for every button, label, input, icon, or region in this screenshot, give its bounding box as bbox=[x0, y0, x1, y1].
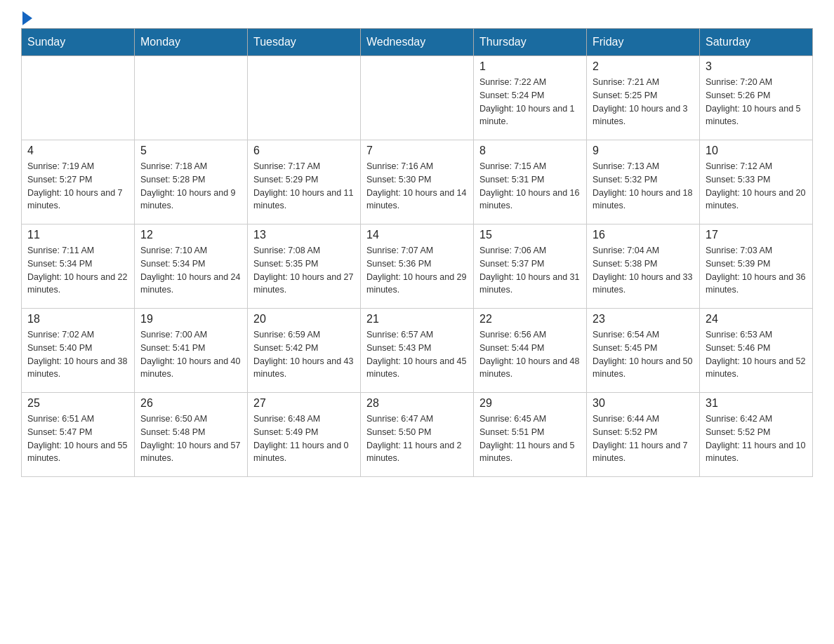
calendar-week-3: 11Sunrise: 7:11 AMSunset: 5:34 PMDayligh… bbox=[22, 224, 813, 309]
calendar-cell: 22Sunrise: 6:56 AMSunset: 5:44 PMDayligh… bbox=[474, 309, 587, 393]
day-number: 26 bbox=[140, 397, 241, 410]
day-info: Sunrise: 6:53 AMSunset: 5:46 PMDaylight:… bbox=[706, 328, 807, 381]
day-number: 25 bbox=[27, 397, 128, 410]
calendar-table: SundayMondayTuesdayWednesdayThursdayFrid… bbox=[21, 28, 813, 477]
day-number: 23 bbox=[593, 313, 694, 326]
logo-triangle-icon bbox=[22, 11, 32, 25]
weekday-header-saturday: Saturday bbox=[700, 29, 813, 56]
calendar-cell: 23Sunrise: 6:54 AMSunset: 5:45 PMDayligh… bbox=[587, 309, 700, 393]
day-info: Sunrise: 7:16 AMSunset: 5:30 PMDaylight:… bbox=[366, 160, 468, 213]
day-number: 9 bbox=[593, 145, 694, 157]
day-number: 14 bbox=[366, 229, 468, 241]
calendar-cell: 1Sunrise: 7:22 AMSunset: 5:24 PMDaylight… bbox=[474, 56, 587, 140]
day-info: Sunrise: 7:22 AMSunset: 5:24 PMDaylight:… bbox=[479, 76, 581, 128]
day-number: 11 bbox=[27, 229, 128, 241]
day-info: Sunrise: 7:17 AMSunset: 5:29 PMDaylight:… bbox=[253, 160, 355, 213]
calendar-cell: 8Sunrise: 7:15 AMSunset: 5:31 PMDaylight… bbox=[474, 140, 587, 224]
day-info: Sunrise: 7:19 AMSunset: 5:27 PMDaylight:… bbox=[27, 160, 128, 213]
day-info: Sunrise: 7:04 AMSunset: 5:38 PMDaylight:… bbox=[593, 244, 694, 297]
day-number: 3 bbox=[706, 60, 807, 73]
weekday-header-row: SundayMondayTuesdayWednesdayThursdayFrid… bbox=[22, 29, 813, 56]
day-info: Sunrise: 6:59 AMSunset: 5:42 PMDaylight:… bbox=[253, 328, 355, 381]
day-info: Sunrise: 7:03 AMSunset: 5:39 PMDaylight:… bbox=[706, 244, 807, 297]
day-info: Sunrise: 7:10 AMSunset: 5:34 PMDaylight:… bbox=[140, 244, 241, 297]
calendar-cell: 30Sunrise: 6:44 AMSunset: 5:52 PMDayligh… bbox=[587, 393, 700, 477]
day-info: Sunrise: 7:20 AMSunset: 5:26 PMDaylight:… bbox=[706, 76, 807, 128]
day-number: 4 bbox=[27, 145, 128, 157]
page-header bbox=[21, 14, 813, 21]
day-number: 5 bbox=[140, 145, 241, 157]
calendar-cell: 26Sunrise: 6:50 AMSunset: 5:48 PMDayligh… bbox=[135, 393, 248, 477]
day-number: 12 bbox=[140, 229, 241, 241]
weekday-header-wednesday: Wednesday bbox=[361, 29, 474, 56]
day-info: Sunrise: 6:51 AMSunset: 5:47 PMDaylight:… bbox=[27, 412, 128, 465]
calendar-cell bbox=[135, 56, 248, 140]
calendar-cell: 2Sunrise: 7:21 AMSunset: 5:25 PMDaylight… bbox=[587, 56, 700, 140]
calendar-cell: 31Sunrise: 6:42 AMSunset: 5:52 PMDayligh… bbox=[700, 393, 813, 477]
calendar-cell: 29Sunrise: 6:45 AMSunset: 5:51 PMDayligh… bbox=[474, 393, 587, 477]
calendar-cell: 13Sunrise: 7:08 AMSunset: 5:35 PMDayligh… bbox=[248, 224, 361, 309]
calendar-week-4: 18Sunrise: 7:02 AMSunset: 5:40 PMDayligh… bbox=[22, 309, 813, 393]
day-number: 15 bbox=[479, 229, 581, 241]
calendar-cell: 3Sunrise: 7:20 AMSunset: 5:26 PMDaylight… bbox=[700, 56, 813, 140]
calendar-cell: 11Sunrise: 7:11 AMSunset: 5:34 PMDayligh… bbox=[22, 224, 135, 309]
day-number: 29 bbox=[479, 397, 581, 410]
calendar-cell: 20Sunrise: 6:59 AMSunset: 5:42 PMDayligh… bbox=[248, 309, 361, 393]
day-number: 28 bbox=[366, 397, 468, 410]
day-info: Sunrise: 7:21 AMSunset: 5:25 PMDaylight:… bbox=[593, 76, 694, 128]
calendar-cell: 5Sunrise: 7:18 AMSunset: 5:28 PMDaylight… bbox=[135, 140, 248, 224]
day-info: Sunrise: 6:45 AMSunset: 5:51 PMDaylight:… bbox=[479, 412, 581, 465]
day-info: Sunrise: 7:18 AMSunset: 5:28 PMDaylight:… bbox=[140, 160, 241, 213]
day-info: Sunrise: 6:54 AMSunset: 5:45 PMDaylight:… bbox=[593, 328, 694, 381]
calendar-cell: 15Sunrise: 7:06 AMSunset: 5:37 PMDayligh… bbox=[474, 224, 587, 309]
day-number: 16 bbox=[593, 229, 694, 241]
calendar-cell: 14Sunrise: 7:07 AMSunset: 5:36 PMDayligh… bbox=[361, 224, 474, 309]
day-number: 6 bbox=[253, 145, 355, 157]
day-info: Sunrise: 6:56 AMSunset: 5:44 PMDaylight:… bbox=[479, 328, 581, 381]
day-info: Sunrise: 7:15 AMSunset: 5:31 PMDaylight:… bbox=[479, 160, 581, 213]
day-number: 27 bbox=[253, 397, 355, 410]
day-info: Sunrise: 6:57 AMSunset: 5:43 PMDaylight:… bbox=[366, 328, 468, 381]
calendar-cell: 12Sunrise: 7:10 AMSunset: 5:34 PMDayligh… bbox=[135, 224, 248, 309]
calendar-cell bbox=[22, 56, 135, 140]
weekday-header-monday: Monday bbox=[135, 29, 248, 56]
calendar-cell: 17Sunrise: 7:03 AMSunset: 5:39 PMDayligh… bbox=[700, 224, 813, 309]
day-number: 18 bbox=[27, 313, 128, 326]
calendar-cell: 10Sunrise: 7:12 AMSunset: 5:33 PMDayligh… bbox=[700, 140, 813, 224]
day-info: Sunrise: 7:11 AMSunset: 5:34 PMDaylight:… bbox=[27, 244, 128, 297]
calendar-week-5: 25Sunrise: 6:51 AMSunset: 5:47 PMDayligh… bbox=[22, 393, 813, 477]
day-number: 19 bbox=[140, 313, 241, 326]
weekday-header-friday: Friday bbox=[587, 29, 700, 56]
day-number: 31 bbox=[706, 397, 807, 410]
calendar-cell bbox=[361, 56, 474, 140]
day-number: 22 bbox=[479, 313, 581, 326]
calendar-cell bbox=[248, 56, 361, 140]
day-info: Sunrise: 6:42 AMSunset: 5:52 PMDaylight:… bbox=[706, 412, 807, 465]
weekday-header-sunday: Sunday bbox=[22, 29, 135, 56]
day-info: Sunrise: 6:50 AMSunset: 5:48 PMDaylight:… bbox=[140, 412, 241, 465]
calendar-cell: 28Sunrise: 6:47 AMSunset: 5:50 PMDayligh… bbox=[361, 393, 474, 477]
calendar-cell: 16Sunrise: 7:04 AMSunset: 5:38 PMDayligh… bbox=[587, 224, 700, 309]
calendar-cell: 25Sunrise: 6:51 AMSunset: 5:47 PMDayligh… bbox=[22, 393, 135, 477]
logo bbox=[21, 14, 32, 21]
day-info: Sunrise: 6:44 AMSunset: 5:52 PMDaylight:… bbox=[593, 412, 694, 465]
calendar-cell: 6Sunrise: 7:17 AMSunset: 5:29 PMDaylight… bbox=[248, 140, 361, 224]
day-info: Sunrise: 7:13 AMSunset: 5:32 PMDaylight:… bbox=[593, 160, 694, 213]
day-number: 1 bbox=[479, 60, 581, 73]
day-info: Sunrise: 7:06 AMSunset: 5:37 PMDaylight:… bbox=[479, 244, 581, 297]
calendar-cell: 21Sunrise: 6:57 AMSunset: 5:43 PMDayligh… bbox=[361, 309, 474, 393]
day-info: Sunrise: 7:08 AMSunset: 5:35 PMDaylight:… bbox=[253, 244, 355, 297]
day-info: Sunrise: 6:48 AMSunset: 5:49 PMDaylight:… bbox=[253, 412, 355, 465]
day-number: 7 bbox=[366, 145, 468, 157]
day-number: 24 bbox=[706, 313, 807, 326]
day-info: Sunrise: 7:00 AMSunset: 5:41 PMDaylight:… bbox=[140, 328, 241, 381]
calendar-cell: 24Sunrise: 6:53 AMSunset: 5:46 PMDayligh… bbox=[700, 309, 813, 393]
calendar-cell: 19Sunrise: 7:00 AMSunset: 5:41 PMDayligh… bbox=[135, 309, 248, 393]
day-number: 2 bbox=[593, 60, 694, 73]
day-info: Sunrise: 7:02 AMSunset: 5:40 PMDaylight:… bbox=[27, 328, 128, 381]
day-number: 13 bbox=[253, 229, 355, 241]
calendar-cell: 4Sunrise: 7:19 AMSunset: 5:27 PMDaylight… bbox=[22, 140, 135, 224]
day-number: 10 bbox=[706, 145, 807, 157]
day-number: 30 bbox=[593, 397, 694, 410]
calendar-week-2: 4Sunrise: 7:19 AMSunset: 5:27 PMDaylight… bbox=[22, 140, 813, 224]
